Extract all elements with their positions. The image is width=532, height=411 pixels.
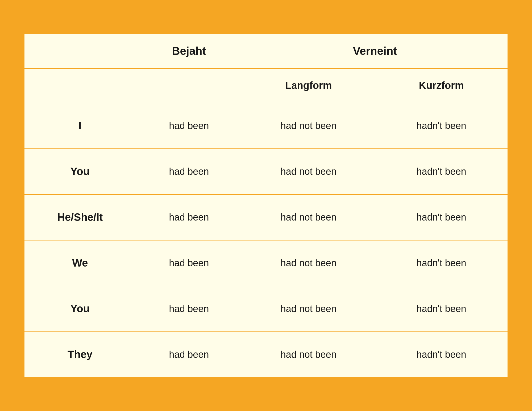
table-row: They had been had not been hadn't been [24, 332, 508, 377]
langform-they: had not been [242, 332, 375, 377]
table-row: He/She/It had been had not been hadn't b… [24, 194, 508, 240]
table-row: I had been had not been hadn't been [24, 103, 508, 149]
langform-you-pl: had not been [242, 286, 375, 332]
kurzform-i: hadn't been [375, 103, 508, 149]
header-row-2: Langform Kurzform [24, 68, 508, 103]
header-verneint: Verneint [242, 34, 508, 68]
kurzform-he-she-it: hadn't been [375, 194, 508, 240]
langform-you-sg: had not been [242, 149, 375, 194]
header-langform: Langform [242, 68, 375, 103]
table-row: We had been had not been hadn't been [24, 240, 508, 286]
langform-i: had not been [242, 103, 375, 149]
kurzform-they: hadn't been [375, 332, 508, 377]
conjugation-table: Bejaht Verneint Langform Kurzform I had … [24, 34, 508, 378]
bejaht-they: had been [136, 332, 242, 377]
pronoun-i: I [24, 103, 136, 149]
header-kurzform: Kurzform [375, 68, 508, 103]
bejaht-you-pl: had been [136, 286, 242, 332]
langform-he-she-it: had not been [242, 194, 375, 240]
header-empty-2 [24, 68, 136, 103]
pronoun-he-she-it: He/She/It [24, 194, 136, 240]
table-row: You had been had not been hadn't been [24, 286, 508, 332]
header-row-1: Bejaht Verneint [24, 34, 508, 68]
header-bejaht: Bejaht [136, 34, 242, 68]
pronoun-they: They [24, 332, 136, 377]
bejaht-we: had been [136, 240, 242, 286]
table-row: You had been had not been hadn't been [24, 149, 508, 194]
header-empty-1 [24, 34, 136, 68]
bejaht-i: had been [136, 103, 242, 149]
kurzform-we: hadn't been [375, 240, 508, 286]
table-container: Bejaht Verneint Langform Kurzform I had … [23, 33, 509, 379]
kurzform-you-pl: hadn't been [375, 286, 508, 332]
bejaht-he-she-it: had been [136, 194, 242, 240]
header-bejaht-empty [136, 68, 242, 103]
kurzform-you-sg: hadn't been [375, 149, 508, 194]
pronoun-you-pl: You [24, 286, 136, 332]
pronoun-you-sg: You [24, 149, 136, 194]
bejaht-you-sg: had been [136, 149, 242, 194]
langform-we: had not been [242, 240, 375, 286]
pronoun-we: We [24, 240, 136, 286]
